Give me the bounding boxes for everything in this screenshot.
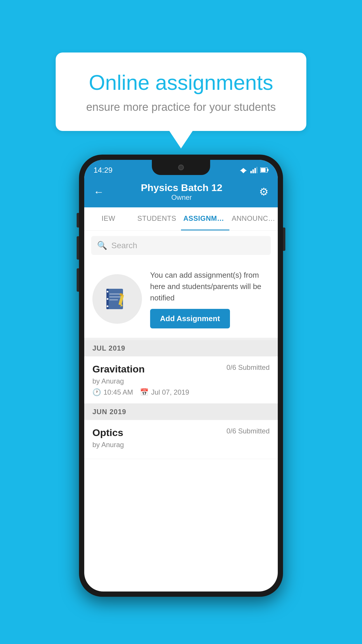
signal-icon [250, 167, 257, 173]
assignment-gravitation-meta: 🕐 10:45 AM 📅 Jul 07, 2019 [92, 388, 270, 396]
tab-students[interactable]: STUDENTS [133, 207, 181, 230]
clock-icon: 🕐 [92, 388, 101, 396]
search-icon: 🔍 [97, 241, 107, 250]
add-assignment-button[interactable]: Add Assignment [150, 309, 230, 328]
settings-icon[interactable]: ⚙ [259, 186, 268, 198]
calendar-icon: 📅 [140, 388, 149, 396]
back-button[interactable]: ← [94, 186, 104, 198]
assignment-text-area: You can add assignment(s) from here and … [150, 270, 270, 328]
section-header-jun: JUN 2019 [84, 404, 278, 420]
assignment-gravitation-time: 🕐 10:45 AM [92, 388, 133, 396]
assignment-description: You can add assignment(s) from here and … [150, 270, 270, 304]
assignment-item-gravitation[interactable]: Gravitation 0/6 Submitted by Anurag 🕐 10… [84, 356, 278, 404]
svg-rect-9 [109, 293, 121, 295]
header-subtitle: Owner [141, 193, 222, 202]
svg-rect-6 [261, 168, 266, 172]
svg-point-13 [107, 291, 108, 293]
battery-icon [260, 167, 268, 173]
assignment-icon-circle [92, 274, 142, 324]
volume-down-button [77, 268, 79, 292]
assignment-optics-by: by Anurag [92, 441, 270, 449]
tabs-bar: IEW STUDENTS ASSIGNMENTS ANNOUNCEM... [84, 207, 278, 231]
assignment-gravitation-submitted: 0/6 Submitted [226, 363, 270, 372]
section-header-jul: JUL 2019 [84, 340, 278, 356]
tab-announcements[interactable]: ANNOUNCEM... [229, 207, 278, 230]
assignment-optics-header: Optics 0/6 Submitted [92, 427, 270, 438]
svg-rect-7 [268, 169, 268, 171]
status-icons [239, 167, 268, 173]
wifi-icon [239, 167, 247, 173]
svg-rect-11 [109, 299, 118, 300]
notebook-icon [104, 286, 130, 312]
assignment-gravitation-header: Gravitation 0/6 Submitted [92, 363, 270, 375]
add-assignment-promo: You can add assignment(s) from here and … [84, 260, 278, 340]
assignment-optics-name: Optics [92, 427, 123, 438]
assignment-gravitation-time-text: 10:45 AM [103, 388, 133, 396]
volume-up-button [77, 236, 79, 260]
search-placeholder: Search [111, 241, 137, 250]
assignment-item-optics[interactable]: Optics 0/6 Submitted by Anurag [84, 420, 278, 459]
phone-screen: 14:29 [84, 160, 278, 592]
svg-point-15 [107, 305, 108, 307]
svg-rect-10 [109, 296, 121, 298]
speech-bubble-arrow [169, 131, 193, 148]
header-title-area: Physics Batch 12 Owner [141, 182, 222, 202]
phone-outer: 14:29 [79, 155, 283, 597]
assignment-gravitation-name: Gravitation [92, 363, 145, 375]
tab-assignments[interactable]: ASSIGNMENTS [181, 207, 229, 230]
svg-point-14 [107, 298, 108, 300]
speech-bubble-title: Online assignments [76, 70, 286, 95]
app-header: ← Physics Batch 12 Owner ⚙ [84, 177, 278, 207]
mute-button [77, 213, 79, 228]
search-bar[interactable]: 🔍 Search [91, 236, 271, 255]
phone-notch [152, 160, 210, 175]
assignment-gravitation-by: by Anurag [92, 377, 270, 385]
svg-marker-0 [240, 168, 247, 173]
svg-rect-3 [254, 168, 256, 173]
speech-bubble-section: Online assignments ensure more practice … [56, 52, 306, 148]
assignment-gravitation-date-text: Jul 07, 2019 [151, 388, 189, 396]
search-section: 🔍 Search [84, 231, 278, 260]
header-title: Physics Batch 12 [141, 182, 222, 193]
power-button [283, 228, 285, 251]
tab-overview[interactable]: IEW [84, 207, 133, 230]
assignment-optics-submitted: 0/6 Submitted [226, 427, 270, 435]
front-camera [178, 164, 184, 170]
speech-bubble: Online assignments ensure more practice … [56, 52, 306, 131]
svg-rect-4 [256, 167, 257, 173]
svg-rect-2 [252, 169, 254, 173]
status-time: 14:29 [94, 166, 113, 175]
assignment-gravitation-date: 📅 Jul 07, 2019 [140, 388, 189, 396]
svg-rect-1 [250, 171, 252, 173]
phone-mockup: 14:29 [79, 155, 283, 597]
speech-bubble-subtitle: ensure more practice for your students [76, 101, 286, 113]
